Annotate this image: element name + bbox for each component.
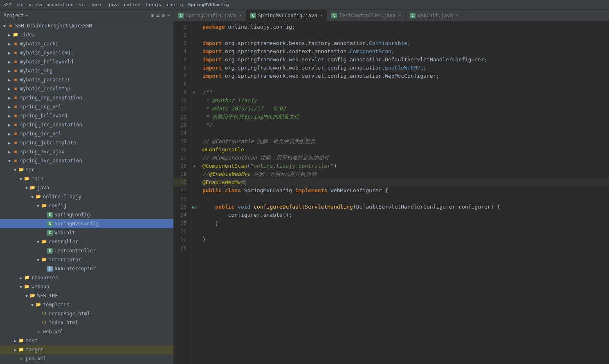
sidebar-item-testcontroller[interactable]: C TestController [0, 246, 173, 255]
sidebar-item-spring-mvc-ajax[interactable]: ▶ ◼ spring_mvc_ajax [0, 147, 173, 156]
fold-icon-9[interactable]: ▼ [193, 90, 196, 95]
sidebar-item-main[interactable]: ▼ 📂 main [0, 174, 173, 183]
bc-item[interactable]: liaojy [145, 2, 162, 7]
bc-sep: › [13, 2, 16, 7]
sidebar-tool-settings[interactable]: ⚙ [162, 13, 165, 18]
editor-area: C SpringConfig.java ✕ C SpringMVCConfig.… [174, 10, 609, 364]
sidebar-item-webinit[interactable]: C WebInit [0, 228, 173, 237]
java-class-icon: C [47, 220, 53, 227]
xml-icon: ◈ [18, 355, 25, 362]
line-num-27: 27 [174, 236, 187, 244]
sidebar-item-spring-mvc-annotation[interactable]: ▼ ◼ spring_mvc_annotation [0, 156, 173, 165]
pkg: } [202, 236, 206, 244]
sidebar-item-spring-ioc-xml[interactable]: ▶ ◼ spring_ioc_xml [0, 129, 173, 138]
tab-close-button[interactable]: ✕ [456, 13, 458, 18]
tree-label: pom.xml [26, 356, 47, 362]
bc-item[interactable]: online [124, 2, 140, 7]
sidebar-item-java[interactable]: ▼ 📂 java [0, 183, 173, 192]
tab-testcontroller[interactable]: C TestController.java ✕ [327, 10, 405, 21]
tree-item-root[interactable]: ▼ ◼ SSM D:\ideaProject\Apr\SSM [0, 21, 173, 30]
bc-item[interactable]: spring_mvc_annotation [17, 2, 74, 7]
bc-item[interactable]: config [167, 2, 183, 7]
tree-label: spring_aop_xml [20, 104, 61, 110]
sidebar-item-online-liaojy[interactable]: ▼ 📂 online.liaojy [0, 192, 173, 201]
tab-webinit[interactable]: C WebInit.java ✕ [406, 10, 463, 21]
folder-open-icon: 📂 [24, 283, 30, 290]
sidebar-tool-minimize[interactable]: − [167, 13, 170, 18]
sidebar-item-resources[interactable]: ▶ 📁 resources [0, 273, 173, 282]
sidebar-item-pom-xml[interactable]: ◈ pom.xml [0, 354, 173, 363]
bc-item[interactable]: SSM [3, 2, 11, 7]
sidebar-item-mybatis-dynamicsql[interactable]: ▶ ◼ mybatis_dynamicSQL [0, 48, 173, 57]
sidebar-item-mybatis-cache[interactable]: ▶ ◼ mybatis_cache [0, 39, 173, 48]
bc-item[interactable]: main [92, 2, 103, 7]
sidebar-item-spring-ioc-annotation[interactable]: ▶ ◼ spring_ioc_annotation [0, 120, 173, 129]
sidebar-item-web-xml[interactable]: ◈ web.xml [0, 327, 173, 336]
tree-label: interceptor [49, 257, 81, 263]
tree-arrow: ▼ [29, 195, 35, 199]
gutter-warning-icon: ⚡ [193, 164, 196, 169]
sidebar-item-interceptor[interactable]: ▼ 📂 interceptor [0, 255, 173, 264]
line-num-6: 6 [174, 64, 187, 72]
run-icon-23[interactable]: ● [191, 205, 194, 209]
java-i-icon: I [47, 266, 53, 272]
sidebar-tool-add[interactable]: ⊕ [151, 13, 154, 18]
tree-label: main [31, 176, 43, 182]
sidebar-item-mybatis-mbg[interactable]: ▶ ◼ mybatis_mbg [0, 66, 173, 75]
sidebar-item-springmvcconfig[interactable]: C SpringMVCConfig [0, 219, 173, 228]
folder-icon: 📁 [18, 337, 25, 344]
sidebar-item-templates[interactable]: ▼ 📂 templates [0, 300, 173, 309]
sidebar-item-controller[interactable]: ▼ 📂 controller [0, 237, 173, 246]
sidebar-item-mybatis-parameter[interactable]: ▶ ◼ mybatis_parameter [0, 75, 173, 84]
sidebar-item-test[interactable]: ▶ 📁 test [0, 336, 173, 345]
sidebar-item-config[interactable]: ▼ 📂 config [0, 201, 173, 210]
sidebar-item-src[interactable]: ▼ 📂 src [0, 165, 173, 174]
tab-close-button[interactable]: ✕ [320, 13, 323, 18]
sidebar-item-spring-aop-annotation[interactable]: ▶ ◼ spring_aop_annotation [0, 93, 173, 102]
xml-icon: ◈ [35, 328, 42, 335]
sidebar-item-webapp[interactable]: ▼ 📂 webapp [0, 282, 173, 291]
code-line-21: public class SpringMVCConfig implements … [202, 186, 609, 195]
code-line-6: import org.springframework.web.servlet.c… [202, 64, 609, 72]
sidebar-item-mybatis-helloworld[interactable]: ▶ ◼ mybatis_helloworld [0, 57, 173, 66]
bc-item-current[interactable]: SpringMVCConfig [188, 2, 229, 7]
sidebar-item-spring-helloword[interactable]: ▶ ◼ spring_helloword [0, 111, 173, 120]
sidebar-item-spring-jdbctemplate[interactable]: ▶ ◼ spring_jdbcTemplate [0, 138, 173, 147]
gutter-27 [190, 236, 198, 244]
code-line-23: public void configureDefaultServletHandl… [202, 203, 609, 211]
sidebar-item-target[interactable]: ▶ 📁 target [0, 345, 173, 354]
module-icon: ◼ [12, 103, 19, 110]
sidebar-item-errorpage[interactable]: ⬡ errorPage.html [0, 309, 173, 318]
sidebar-item-aaainterceptor[interactable]: I AAAInterceptor [0, 264, 173, 273]
sidebar-item-mybatis-resultmap[interactable]: ▶ ◼ mybatis_resultMap [0, 84, 173, 93]
sidebar-item-idea[interactable]: ▶ 📁 .idea [0, 30, 173, 39]
code-line-12: * 该类用于代替SpringMVC的配置文件 [202, 113, 609, 121]
class-name: EnableWebMvc [385, 64, 423, 72]
bc-sep: › [184, 2, 187, 7]
tree-arrow: ▶ [7, 105, 12, 109]
app: SSM › spring_mvc_annotation › src › main… [0, 0, 609, 364]
bc-item[interactable]: java [108, 2, 119, 7]
bc-item[interactable]: src [79, 2, 87, 7]
module-icon: ◼ [12, 76, 19, 83]
sidebar-item-spring-aop-xml[interactable]: ▶ ◼ spring_aop_xml [0, 102, 173, 111]
sidebar-dropdown-icon[interactable]: ▾ [26, 13, 28, 18]
sidebar-item-springconfig[interactable]: C SpringConfig [0, 210, 173, 219]
code-content[interactable]: package online.liaojy.config; import org… [198, 21, 609, 364]
code-editor[interactable]: 1 2 3 4 5 6 7 8 9 10 11 12 13 14 15 16 1 [174, 21, 609, 364]
tab-springmvcconfig[interactable]: C SpringMVCConfig.java ✕ [246, 10, 328, 21]
tab-springconfig[interactable]: C SpringConfig.java ✕ [174, 10, 246, 21]
tab-icon: C [331, 13, 337, 18]
code-line-13: */ [202, 121, 609, 129]
sidebar-tool-collapse[interactable]: ≡ [156, 13, 159, 18]
module-icon: ◼ [12, 130, 19, 137]
sidebar-item-index-html[interactable]: ⬡ index.html [0, 318, 173, 327]
tab-close-button[interactable]: ✕ [399, 13, 401, 18]
comment: //@EnableWebMvc 注解：开启mvc的注解驱动 [202, 170, 317, 178]
code-line-25: } [202, 219, 609, 227]
line-num-25: 25 [174, 219, 187, 227]
pkg: org.springframework.web.servlet.config.a… [222, 72, 439, 80]
tab-close-button[interactable]: ✕ [239, 13, 242, 18]
line-num-20: 20 [174, 178, 187, 186]
sidebar-item-web-inf[interactable]: ▼ 📂 WEB-INF [0, 291, 173, 300]
